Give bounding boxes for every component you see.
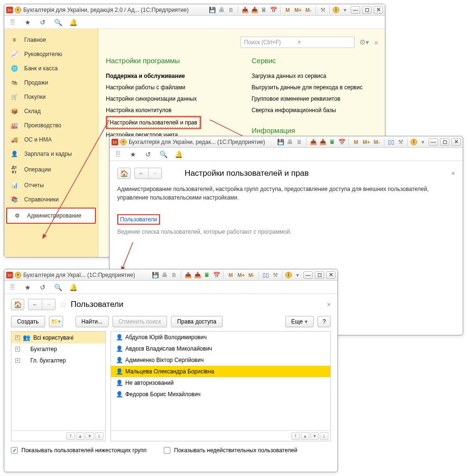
tree-row[interactable]: + 👥 Всі користувачі — [11, 332, 105, 343]
apps-icon[interactable]: ⦙⦙⦙ — [8, 283, 17, 291]
scroll-down-button[interactable]: ▼ — [85, 432, 94, 440]
tool-icon[interactable]: ⚒ — [271, 271, 279, 279]
search-icon[interactable]: 🔍 — [54, 19, 62, 26]
home-button[interactable]: 🏠 — [117, 168, 131, 179]
scroll-up-button[interactable]: ▲ — [301, 432, 309, 440]
user-row[interactable]: 👤Админенко Віктор Сергійович — [111, 354, 330, 366]
m-icon[interactable]: M — [226, 271, 235, 279]
minimize-button[interactable]: — — [303, 271, 313, 279]
save-icon[interactable]: 💾 — [208, 6, 216, 14]
maximize-button[interactable]: ◻ — [315, 271, 324, 279]
print-icon[interactable]: 🖶 — [218, 6, 225, 14]
bell-icon[interactable]: 🔔 — [174, 151, 183, 158]
calendar-icon[interactable]: 📅 — [270, 6, 277, 14]
m-minus-icon[interactable]: M- — [373, 138, 381, 146]
export-icon[interactable]: 📤 — [309, 138, 317, 146]
search-input[interactable]: Поиск (Ctrl+F) × — [241, 37, 355, 48]
import-icon[interactable]: 📥 — [251, 6, 258, 14]
layout-icon[interactable]: ▯▯ — [262, 271, 270, 279]
info-icon[interactable]: i — [333, 7, 339, 13]
minimize-button[interactable]: — — [429, 138, 438, 146]
save-icon[interactable]: 💾 — [277, 138, 284, 146]
create-folder-button[interactable]: 📁+ — [49, 316, 63, 327]
sidebar-item-sales[interactable]: 🛍Продажи — [4, 76, 98, 90]
scroll-top-button[interactable]: ⤒ — [66, 432, 75, 440]
menu-link[interactable]: Загрузка данных из сервиса — [252, 70, 378, 82]
user-row[interactable]: 👤Мальцева Олександра Борисівна — [111, 366, 330, 377]
caret-icon[interactable]: ▾ — [120, 139, 127, 145]
m-plus-icon[interactable]: M+ — [294, 6, 302, 14]
menu-link-users-rights[interactable]: Настройки пользователей и прав — [107, 117, 200, 128]
help-button[interactable]: ? — [318, 316, 331, 327]
checkbox-show-sub[interactable]: ✓ — [11, 447, 18, 454]
sidebar-item-os[interactable]: 🚚ОС и НМА — [4, 133, 98, 147]
m-plus-icon[interactable]: M+ — [237, 271, 245, 279]
scroll-bottom-button[interactable]: ⤓ — [320, 432, 328, 440]
m-icon[interactable]: M — [352, 138, 360, 146]
expand-icon[interactable]: + — [15, 347, 20, 352]
calendar-icon[interactable]: 📅 — [338, 138, 346, 146]
menu-link[interactable]: Выгрузить данные для перехода в сервис — [252, 82, 378, 93]
close-button[interactable]: ✕ — [374, 6, 383, 14]
dropdown-icon[interactable]: ▾ — [341, 6, 349, 14]
menu-link[interactable]: Настройки синхронизации данных — [106, 93, 233, 105]
sidebar-item-stock[interactable]: 📦Склад — [4, 104, 98, 118]
calculator-icon[interactable]: 🖩 — [260, 6, 268, 14]
star-icon[interactable]: ★ — [23, 19, 32, 26]
print-icon[interactable]: 🖶 — [161, 271, 168, 279]
maximize-button[interactable]: ◻ — [362, 6, 372, 14]
search-icon[interactable]: 🔍 — [159, 151, 168, 158]
menu-link[interactable]: Групповое изменение реквизитов — [252, 93, 378, 105]
user-row[interactable]: 👤Не авторизований — [111, 377, 330, 389]
apps-icon[interactable]: ⦙⦙⦙ — [8, 18, 17, 26]
m-minus-icon[interactable]: M- — [247, 271, 256, 279]
menu-link[interactable]: Поддержка и обслуживание — [106, 70, 233, 82]
cancel-find-button[interactable]: Отменить поиск — [112, 316, 167, 327]
bell-icon[interactable]: 🔔 — [69, 284, 77, 291]
sidebar-item-operations[interactable]: ДтКтОперации — [4, 161, 98, 178]
import-icon[interactable]: 📥 — [194, 271, 201, 279]
scroll-bottom-button[interactable]: ⤓ — [95, 432, 103, 440]
close-page-button[interactable]: × — [451, 170, 455, 177]
export-icon[interactable]: 📤 — [241, 6, 249, 14]
star-icon[interactable]: ★ — [129, 151, 137, 158]
forward-button[interactable]: → — [42, 299, 55, 310]
expand-icon[interactable]: + — [15, 335, 20, 340]
m-icon[interactable]: M — [283, 6, 292, 14]
sidebar-item-bank[interactable]: 🌐Банк и касса — [4, 61, 98, 76]
scroll-top-button[interactable]: ⤒ — [291, 432, 300, 440]
sidebar-item-refs[interactable]: 📚Справочники — [4, 192, 98, 207]
sidebar-item-main[interactable]: ≡Главное — [4, 33, 98, 47]
doc-icon[interactable]: 🗎 — [170, 271, 178, 279]
tool-icon[interactable]: ⚒ — [397, 138, 404, 146]
scroll-up-button[interactable]: ▲ — [76, 432, 84, 440]
print-icon[interactable]: 🖶 — [286, 138, 294, 146]
user-row[interactable]: 👤Авдєєв Владислав Миколайович — [111, 343, 330, 354]
user-row[interactable]: 👤Федоров Борис Михайлович — [111, 389, 330, 400]
dropdown-icon[interactable]: ▾ — [294, 271, 301, 279]
caret-icon[interactable]: ▾ — [15, 7, 21, 13]
history-icon[interactable]: ↺ — [144, 151, 152, 158]
doc-icon[interactable]: 🗎 — [227, 6, 235, 14]
menu-link[interactable]: Свертка информационной базы — [252, 105, 378, 116]
tree-row[interactable]: + Бухгалтер — [11, 343, 105, 355]
favorite-icon[interactable]: ☆ — [59, 299, 67, 310]
history-icon[interactable]: ↺ — [38, 19, 47, 26]
caret-icon[interactable]: ▾ — [15, 272, 21, 278]
tool-icon[interactable]: ⚒ — [319, 6, 327, 14]
info-icon[interactable]: i — [285, 272, 292, 278]
maximize-button[interactable]: ◻ — [440, 138, 449, 146]
save-icon[interactable]: 💾 — [151, 271, 159, 279]
calculator-icon[interactable]: 🖩 — [328, 138, 336, 146]
search-icon[interactable]: 🔍 — [54, 284, 62, 291]
scroll-down-button[interactable]: ▼ — [310, 432, 319, 440]
settings-icon[interactable]: ⚙▾ — [359, 38, 369, 47]
apps-icon[interactable]: ⦙⦙⦙ — [113, 150, 122, 158]
close-button[interactable]: ✕ — [451, 138, 461, 146]
more-button[interactable]: Еще — [285, 316, 314, 327]
star-icon[interactable]: ★ — [23, 284, 32, 291]
info-icon[interactable]: i — [411, 139, 417, 145]
close-page-button[interactable]: × — [327, 301, 331, 308]
sidebar-item-payroll[interactable]: 👤Зарплата и кадры — [4, 147, 98, 161]
minimize-button[interactable]: — — [351, 6, 360, 14]
